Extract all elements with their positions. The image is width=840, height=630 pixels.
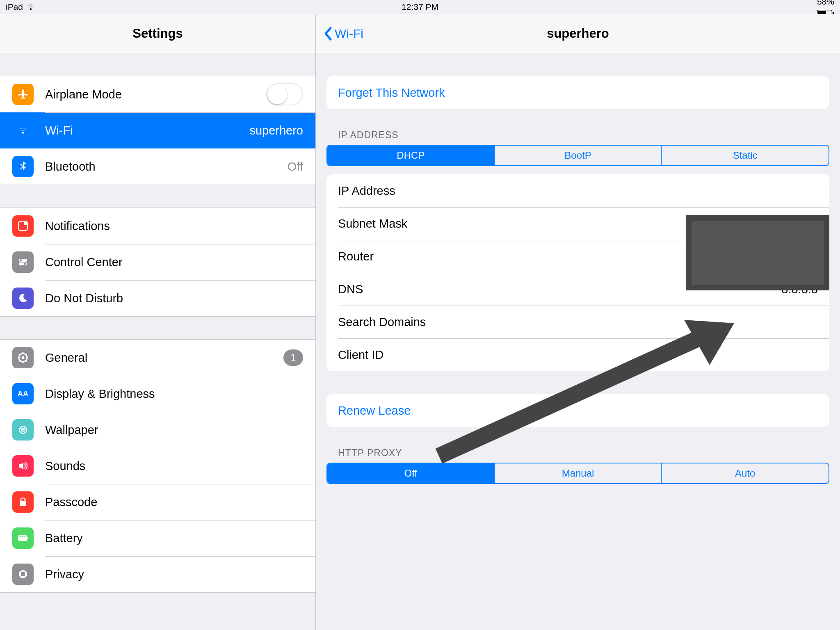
- seg-proxy-manual[interactable]: Manual: [494, 463, 662, 483]
- sidebar-item-do-not-disturb[interactable]: Do Not Disturb: [0, 280, 315, 316]
- forget-network-button[interactable]: Forget This Network: [326, 76, 829, 109]
- svg-line-18: [25, 354, 27, 355]
- sidebar-item-privacy[interactable]: Privacy: [0, 556, 315, 592]
- forget-network-card: Forget This Network: [326, 76, 829, 109]
- wallpaper-icon: [12, 419, 34, 441]
- svg-line-16: [25, 360, 27, 361]
- seg-static[interactable]: Static: [661, 146, 829, 165]
- sidebar-item-label: Notifications: [45, 219, 110, 233]
- svg-point-10: [22, 356, 25, 359]
- sidebar-item-label: Wi-Fi: [45, 124, 73, 137]
- control-center-icon: [12, 251, 34, 273]
- clock: 12:37 PM: [0, 2, 840, 12]
- wifi-icon: [12, 120, 34, 141]
- bluetooth-icon: [12, 156, 34, 177]
- detail-title: superhero: [316, 26, 840, 41]
- seg-proxy-off[interactable]: Off: [327, 463, 494, 483]
- sidebar-item-airplane-mode[interactable]: Airplane Mode: [0, 76, 315, 112]
- sidebar-item-notifications[interactable]: Notifications: [0, 208, 315, 244]
- battery-settings-icon: [12, 527, 34, 549]
- svg-rect-28: [19, 536, 26, 540]
- sidebar-header: Settings: [0, 14, 315, 53]
- sidebar-item-control-center[interactable]: Control Center: [0, 244, 315, 280]
- sidebar-item-general[interactable]: General 1: [0, 340, 315, 376]
- sidebar-item-detail: Off: [288, 160, 303, 173]
- renew-lease-label: Renew Lease: [338, 404, 411, 418]
- http-proxy-header: HTTP Proxy: [338, 447, 829, 459]
- sidebar-item-label: Do Not Disturb: [45, 292, 123, 305]
- svg-text:AA: AA: [18, 390, 28, 398]
- sidebar-item-wifi[interactable]: Wi-Fi superhero: [0, 112, 315, 148]
- renew-lease-card: Renew Lease: [326, 394, 829, 427]
- settings-sidebar: Settings Airplane Mode Wi-Fi superhero B…: [0, 14, 316, 630]
- sidebar-group-0: Airplane Mode Wi-Fi superhero Bluetooth …: [0, 76, 315, 185]
- sidebar-item-passcode[interactable]: Passcode: [0, 484, 315, 520]
- gear-icon: [12, 347, 34, 368]
- svg-point-6: [20, 259, 22, 261]
- redaction-overlay: [686, 215, 829, 290]
- sidebar-item-label: Battery: [45, 532, 83, 545]
- sidebar-item-wallpaper[interactable]: Wallpaper: [0, 412, 315, 448]
- proxy-segment: Off Manual Auto: [326, 463, 829, 484]
- display-brightness-icon: AA: [12, 383, 34, 404]
- sidebar-item-label: Passcode: [45, 495, 97, 509]
- sidebar-item-detail: superhero: [249, 124, 303, 137]
- seg-proxy-auto[interactable]: Auto: [661, 463, 829, 483]
- sidebar-item-label: Sounds: [45, 459, 85, 473]
- privacy-icon: [12, 564, 34, 585]
- sidebar-item-bluetooth[interactable]: Bluetooth Off: [0, 148, 315, 185]
- status-bar: iPad 12:37 PM 58%: [0, 0, 840, 14]
- svg-point-21: [22, 429, 24, 431]
- ip-address-header: IP Address: [338, 130, 829, 141]
- airplane-toggle[interactable]: [266, 83, 303, 105]
- seg-dhcp[interactable]: DHCP: [327, 146, 494, 165]
- sidebar-item-label: Wallpaper: [45, 423, 98, 437]
- forget-network-label: Forget This Network: [338, 86, 445, 100]
- badge: 1: [283, 349, 303, 366]
- sidebar-title: Settings: [132, 26, 183, 41]
- row-client-id[interactable]: Client ID: [326, 338, 829, 371]
- do-not-disturb-icon: [12, 288, 34, 309]
- sidebar-group-1: Notifications Control Center Do Not Dist…: [0, 208, 315, 317]
- svg-line-17: [19, 360, 21, 361]
- svg-point-8: [24, 263, 26, 265]
- airplane-icon: [12, 84, 34, 105]
- sidebar-item-battery[interactable]: Battery: [0, 520, 315, 556]
- notifications-icon: [12, 215, 34, 237]
- sidebar-item-sounds[interactable]: Sounds: [0, 448, 315, 484]
- renew-lease-button[interactable]: Renew Lease: [326, 394, 829, 427]
- seg-bootp[interactable]: BootP: [494, 146, 662, 165]
- svg-rect-26: [20, 501, 26, 506]
- lock-icon: [12, 491, 34, 513]
- svg-point-4: [24, 222, 27, 225]
- ip-config-segment: DHCP BootP Static: [326, 145, 829, 166]
- row-search-domains[interactable]: Search Domains: [326, 306, 829, 338]
- sidebar-item-label: General: [45, 351, 87, 365]
- detail-header: Wi-Fi superhero: [316, 14, 840, 53]
- row-ip-address[interactable]: IP Address: [326, 174, 829, 207]
- sidebar-group-2: General 1 AA Display & Brightness Wallpa…: [0, 339, 315, 593]
- sidebar-item-label: Airplane Mode: [45, 88, 122, 101]
- sidebar-item-display-brightness[interactable]: AA Display & Brightness: [0, 376, 315, 412]
- svg-rect-29: [27, 537, 28, 539]
- battery-pct: 58%: [817, 0, 834, 7]
- detail-pane: Wi-Fi superhero Forget This Network IP A…: [316, 14, 840, 630]
- sounds-icon: [12, 455, 34, 477]
- sidebar-item-label: Display & Brightness: [45, 387, 155, 401]
- sidebar-item-label: Bluetooth: [45, 160, 96, 173]
- sidebar-item-label: Privacy: [45, 568, 84, 581]
- sidebar-item-label: Control Center: [45, 256, 123, 269]
- svg-line-15: [19, 354, 21, 355]
